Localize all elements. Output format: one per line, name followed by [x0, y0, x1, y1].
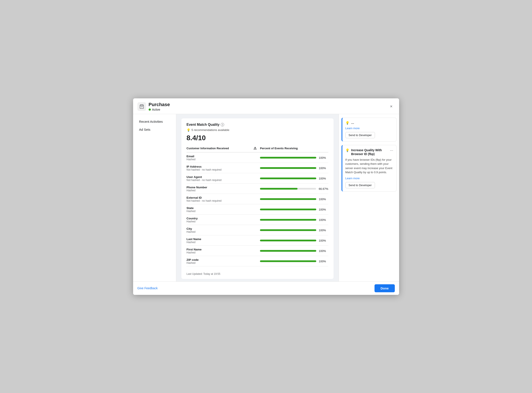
emq-section-title: Event Match Quality i [187, 123, 328, 127]
warning-cell [253, 163, 260, 173]
tip-card-2-title: Increase Quality With Browser ID (fbp) [351, 148, 388, 156]
learn-more-link-1[interactable]: Learn more [345, 127, 393, 130]
recommendations-row: 💡 5 recommendations available [187, 128, 328, 132]
modal-title: Purchase [149, 102, 385, 108]
tip-card-1: 💡 … Learn more Send to Developer [341, 118, 397, 142]
bar-cell: 100% [260, 163, 328, 173]
table-row: User AgentNot hashed - no hash required … [187, 173, 328, 183]
bar-cell: 100% [260, 152, 328, 163]
give-feedback-link[interactable]: Give Feedback [138, 286, 158, 290]
recommendations-text: 5 recommendations available [192, 128, 230, 132]
warning-cell [253, 173, 260, 183]
col-warning: ⚠ [253, 146, 260, 152]
warning-cell [253, 225, 260, 235]
bar-cell: 66.67% [260, 183, 328, 194]
warning-cell [253, 246, 260, 256]
bar-cell: 100% [260, 246, 328, 256]
tip-card-2-body: If you have browser IDs (fbp) for your c… [345, 158, 393, 175]
field-cell: IP AddressNot hashed - no hash required [187, 163, 254, 173]
field-cell: CityHashed [187, 225, 254, 235]
bar-cell: 100% [260, 204, 328, 214]
warning-icon: ⚠ [253, 147, 256, 150]
field-cell: First NameHashed [187, 246, 254, 256]
warning-cell [253, 256, 260, 266]
tip-bulb-icon-1: 💡 [345, 121, 350, 125]
field-cell: Phone NumberHashed [187, 183, 254, 194]
table-row: IP AddressNot hashed - no hash required … [187, 163, 328, 173]
bar-cell: 100% [260, 173, 328, 183]
table-row: StateHashed 100% [187, 204, 328, 214]
right-panel: 💡 … Learn more Send to Developer 💡 Incre… [339, 114, 399, 281]
field-cell: CountryHashed [187, 214, 254, 225]
main-content: Event Match Quality i 💡 5 recommendation… [176, 114, 339, 281]
col-customer: Customer Information Received [187, 146, 254, 152]
tip-card-2-menu[interactable]: ··· [390, 148, 393, 153]
warning-cell [253, 194, 260, 204]
table-row: CityHashed 100% [187, 225, 328, 235]
send-to-developer-button-2[interactable]: Send to Developer [345, 182, 375, 188]
bulb-icon: 💡 [187, 128, 190, 132]
table-row: Phone NumberHashed 66.67% [187, 183, 328, 194]
bar-cell: 100% [260, 235, 328, 246]
warning-cell [253, 214, 260, 225]
emq-table: Customer Information Received ⚠ Percent … [187, 146, 328, 266]
table-row: EmailHashed 100% [187, 152, 328, 163]
modal-header: Purchase Active × [133, 98, 399, 114]
table-row: ZIP codeHashed 100% [187, 256, 328, 266]
modal: Purchase Active × Recent Activities Ad S… [133, 98, 399, 295]
status-label: Active [152, 108, 160, 111]
emq-card: Event Match Quality i 💡 5 recommendation… [182, 118, 334, 279]
modal-status: Active [149, 108, 385, 111]
table-row: External IDNot hashed - no hash required… [187, 194, 328, 204]
tip-card-2-header: 💡 Increase Quality With Browser ID (fbp)… [345, 148, 393, 156]
header-title-group: Purchase Active [149, 102, 385, 111]
field-cell: Last NameHashed [187, 235, 254, 246]
last-updated: Last Updated: Today at 19:55 [187, 270, 328, 275]
field-cell: EmailHashed [187, 152, 254, 163]
modal-footer: Give Feedback Done [133, 281, 399, 295]
table-row: Last NameHashed 100% [187, 235, 328, 246]
emq-score: 8.4/10 [187, 134, 328, 142]
sidebar-item-ad-sets[interactable]: Ad Sets [135, 126, 174, 133]
table-row: First NameHashed 100% [187, 246, 328, 256]
warning-cell [253, 235, 260, 246]
field-cell: ZIP codeHashed [187, 256, 254, 266]
col-percent: Percent of Events Receiving [260, 146, 328, 152]
bar-cell: 100% [260, 214, 328, 225]
tip-bulb-icon-2: 💡 [345, 148, 350, 152]
bar-cell: 100% [260, 225, 328, 235]
learn-more-link-2[interactable]: Learn more [345, 177, 393, 180]
bar-cell: 100% [260, 194, 328, 204]
sidebar-item-recent-activities[interactable]: Recent Activities [135, 118, 174, 126]
send-to-developer-button-1[interactable]: Send to Developer [345, 132, 375, 138]
field-cell: StateHashed [187, 204, 254, 214]
tip-card-1-header: 💡 … [345, 121, 393, 125]
table-row: CountryHashed 100% [187, 214, 328, 225]
sidebar: Recent Activities Ad Sets [133, 114, 176, 281]
close-button[interactable]: × [388, 103, 395, 110]
status-dot [149, 108, 151, 111]
warning-cell [253, 183, 260, 194]
warning-cell [253, 204, 260, 214]
info-icon[interactable]: i [221, 123, 224, 126]
bar-cell: 100% [260, 256, 328, 266]
done-button[interactable]: Done [374, 284, 395, 292]
tip-card-2: 💡 Increase Quality With Browser ID (fbp)… [341, 145, 397, 192]
field-cell: User AgentNot hashed - no hash required [187, 173, 254, 183]
warning-cell [253, 152, 260, 163]
purchase-icon [138, 102, 146, 111]
tip-card-1-title: … [351, 121, 393, 125]
field-cell: External IDNot hashed - no hash required [187, 194, 254, 204]
modal-body: Recent Activities Ad Sets Event Match Qu… [133, 114, 399, 281]
